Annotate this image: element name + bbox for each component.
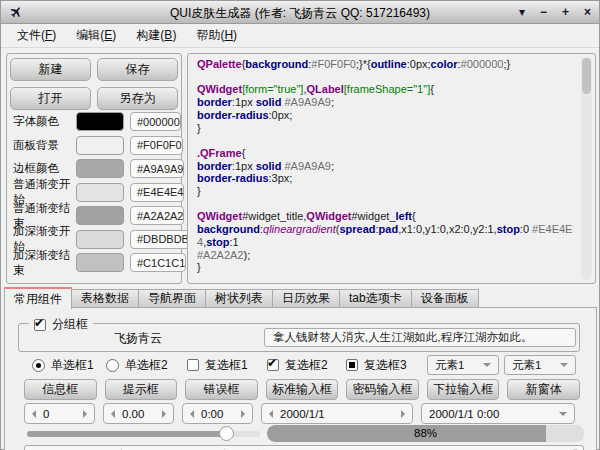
spin-right-arrow-icon[interactable] (401, 410, 405, 418)
tab-6[interactable]: 设备面板 (412, 289, 479, 308)
file-buttons: 新建保存打开另存为 (10, 58, 178, 110)
dialog-button-1[interactable]: 提示框 (105, 379, 178, 400)
code-line (197, 198, 575, 211)
color-hex-field[interactable]: #000000 (130, 112, 181, 131)
code-line: border:1px solid #A9A9A9; (197, 160, 575, 173)
checkbox-icon[interactable] (346, 359, 358, 371)
option-label: 复选框3 (364, 357, 407, 374)
color-hex-field[interactable]: #E4E4E4 (130, 183, 184, 202)
radio-单选框1[interactable]: 单选框1 (32, 357, 94, 373)
checkbox-复选框3[interactable]: 复选框3 (346, 357, 407, 373)
datetime-value: 2000/1/1 0:00 (429, 408, 499, 420)
code-scrollbar-thumb[interactable] (582, 58, 591, 94)
titlebar: QUI皮肤生成器 (作者: 飞扬青云 QQ: 517216493) ▾−+× (1, 1, 599, 24)
chevron-down-icon[interactable] (559, 412, 567, 416)
tab-0[interactable]: 常用组件 (4, 287, 72, 309)
radio-单选框2[interactable]: 单选框2 (106, 357, 168, 373)
code-line (197, 134, 575, 147)
menu-item-H[interactable]: 帮助(H) (186, 24, 247, 47)
radio-dot (36, 363, 41, 368)
menu-item-B[interactable]: 构建(B) (126, 24, 186, 47)
checkbox-复选框1[interactable]: 复选框1 (187, 357, 248, 373)
dialog-button-2[interactable]: 错误框 (185, 379, 258, 400)
bottom-textarea[interactable]: 拿人钱财替人消灾,人生江湖如此,程序江湖亦如此。 (24, 445, 584, 450)
motto-input[interactable]: 拿人钱财替人消灾,人生江湖如此,程序江湖亦如此。 (264, 328, 576, 347)
dialog-button-0[interactable]: 信息框 (24, 379, 97, 400)
spin-left-arrow-icon[interactable] (190, 410, 194, 418)
minimize-button-icon[interactable]: − (540, 1, 547, 23)
combo-value: 元素1 (435, 358, 464, 373)
color-swatch-button[interactable] (76, 253, 124, 272)
maximize-button-icon[interactable]: + (562, 1, 569, 23)
menu-item-E[interactable]: 编辑(E) (66, 24, 126, 47)
stylesheet-editor[interactable]: QPalette{background:#F0F0F0;}*{outline:0… (187, 53, 596, 284)
spinbox-2[interactable]: 0:00 (182, 403, 253, 424)
color-swatch-button[interactable] (76, 183, 124, 202)
slider[interactable] (27, 426, 260, 441)
menubar: 文件(F)编辑(E)构建(B)帮助(H) (1, 24, 599, 48)
slider-fill (27, 431, 227, 437)
spinbox-0[interactable]: 0 (24, 403, 95, 424)
tab-3[interactable]: 树状列表 (206, 289, 273, 308)
color-swatch-button[interactable] (76, 112, 124, 131)
code-scrollbar[interactable] (581, 57, 592, 280)
dialog-button-6[interactable]: 新窗体 (507, 379, 580, 400)
close-button-icon[interactable]: × (584, 1, 591, 23)
groupbox: ✔ 分组框 飞扬青云 拿人钱财替人消灾,人生江湖如此,程序江湖亦如此。 (18, 323, 580, 352)
color-hex-field[interactable]: #F0F0F0 (130, 136, 183, 155)
color-row-label: 加深渐变结束 (13, 248, 76, 278)
spin-left-arrow-icon[interactable] (32, 410, 36, 418)
dialog-button-5[interactable]: 下拉输入框 (427, 379, 500, 400)
option-label: 单选框2 (125, 357, 168, 374)
file-button-1[interactable]: 保存 (97, 58, 178, 81)
file-button-0[interactable]: 新建 (10, 58, 91, 81)
code-line: QWidget#widget_title,QWidget#widget_left… (197, 210, 575, 223)
code-line: } (197, 185, 575, 198)
code-line: border-radius:3px; (197, 172, 575, 185)
combo-box-5[interactable]: 元素1 (427, 355, 499, 375)
checkbox-icon[interactable] (187, 359, 199, 371)
code-line: .QFrame{ (197, 147, 575, 160)
spin-right-arrow-icon[interactable] (83, 410, 87, 418)
file-button-2[interactable]: 打开 (10, 87, 91, 110)
tab-page-common-widgets: ✔ 分组框 飞扬青云 拿人钱财替人消灾,人生江湖如此,程序江湖亦如此。 信息框提… (4, 307, 597, 450)
slider-handle[interactable] (219, 426, 234, 441)
groupbox-checkbox[interactable]: ✔ 分组框 (29, 316, 93, 333)
color-hex-field[interactable]: #A9A9A9 (130, 159, 184, 178)
spinbox-4[interactable]: 2000/1/1 0:00 (421, 403, 575, 424)
color-row-label: 面板背景 (13, 138, 76, 153)
color-swatch-button[interactable] (76, 136, 124, 155)
color-hex-field[interactable]: #DBDBDB (130, 230, 190, 249)
spin-left-arrow-icon[interactable] (111, 410, 115, 418)
dialog-button-4[interactable]: 密码输入框 (346, 379, 419, 400)
color-hex-field[interactable]: #C1C1C1 (130, 253, 186, 272)
spin-right-arrow-icon[interactable] (162, 410, 166, 418)
spinbox-row: 00.000:002000/1/12000/1/1 0:00 (24, 403, 575, 424)
color-row-label: 字体颜色 (13, 114, 76, 129)
checkbox-复选框2[interactable]: ✔复选框2 (267, 357, 328, 373)
file-button-3[interactable]: 另存为 (97, 87, 178, 110)
color-swatch-button[interactable] (76, 206, 124, 225)
option-label: 单选框1 (51, 357, 94, 374)
spin-left-arrow-icon[interactable] (269, 410, 273, 418)
color-swatch-button[interactable] (76, 230, 124, 249)
tab-4[interactable]: 日历效果 (273, 289, 340, 308)
app-window: QUI皮肤生成器 (作者: 飞扬青云 QQ: 517216493) ▾−+× 文… (0, 0, 600, 450)
radio-icon[interactable] (106, 359, 119, 372)
menu-item-F[interactable]: 文件(F) (7, 24, 66, 47)
groupbox-checkbox-icon[interactable]: ✔ (34, 319, 46, 331)
dialog-button-3[interactable]: 标准输入框 (266, 379, 339, 400)
spinbox-1[interactable]: 0.00 (103, 403, 174, 424)
spin-right-arrow-icon[interactable] (241, 410, 245, 418)
spinbox-3[interactable]: 2000/1/1 (261, 403, 413, 424)
tab-2[interactable]: 导航界面 (139, 289, 206, 308)
checkbox-icon[interactable]: ✔ (267, 359, 279, 371)
window-title: QUI皮肤生成器 (作者: 飞扬青云 QQ: 517216493) (1, 5, 599, 22)
tab-5[interactable]: tab选项卡 (340, 289, 412, 308)
radio-icon[interactable] (32, 359, 45, 372)
tab-1[interactable]: 表格数据 (72, 289, 139, 308)
combo-box-6[interactable]: 元素1 (504, 355, 576, 375)
color-swatch-button[interactable] (76, 159, 124, 178)
color-hex-field[interactable]: #A2A2A2 (130, 206, 184, 225)
window-menu-button-icon[interactable]: ▾ (519, 1, 525, 23)
